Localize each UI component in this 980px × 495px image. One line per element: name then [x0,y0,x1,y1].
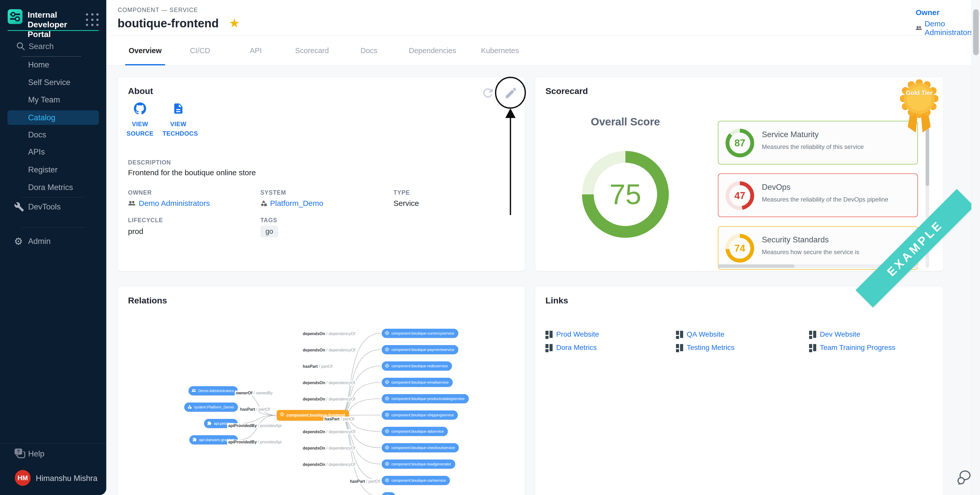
sidebar-item-catalog[interactable]: Catalog [0,110,106,125]
graph-node-component-boutique-adservice[interactable]: component:boutique-adservice [382,427,448,436]
graph-node-component-boutique-shippingservice[interactable]: component:boutique-shippingservice [382,411,458,420]
link-testing-metrics[interactable]: Testing Metrics [676,344,735,352]
link-dev-website[interactable]: Dev Website [809,330,860,338]
breadcrumb: COMPONENT — SERVICE [118,6,198,14]
graph-node-component-boutique-emailservice[interactable]: component:boutique-emailservice [382,378,453,387]
score-donut: 87 [725,129,754,158]
view-source-button[interactable]: VIEW SOURCE [121,102,159,138]
page-title: boutique-frontend [118,16,219,30]
sidebar: Internal Developer Portal Search HomeSel… [0,0,106,495]
sidebar-item-register[interactable]: Register [0,162,106,177]
owner-field-label: OWNER [128,189,152,196]
refresh-button[interactable] [481,86,495,100]
dashboard-icon [676,344,683,351]
tab-docs[interactable]: Docs [361,36,377,65]
chat-widget-icon[interactable] [955,470,974,486]
app-logo-icon[interactable] [8,9,22,24]
graph-node-component-boutique-loadgenerator[interactable]: component:boutique-loadgenerator [382,460,455,469]
edge-label-dependsOn: dependsOn / dependencyOf [302,462,356,467]
score-item-description: Measures how secure the service is [762,248,859,256]
entity-tabs: OverviewCI/CDAPIScorecardDocsDependencie… [106,36,980,65]
edge-label-dependsOn: dependsOn / dependencyOf [302,429,356,435]
owner-label: Owner [916,8,980,17]
gold-tier-badge: Gold Tier [900,80,939,138]
app-title: Internal Developer Portal [28,10,86,39]
score-donut: 47 [725,181,754,210]
gear-icon: ⚙ [14,236,24,247]
tab-kubernetes[interactable]: Kubernetes [481,36,519,65]
user-avatar[interactable]: HM [15,470,31,486]
dashboard-icon [809,331,816,338]
header-owner-group: Owner Demo Administrators [916,8,980,37]
system-icon [260,200,267,207]
view-techdocs-button[interactable]: VIEW TECHDOCS [159,102,197,138]
link-team-training-progress[interactable]: Team Training Progress [809,344,896,352]
edge-label-hasPart: hasPart / partOf [239,407,271,412]
score-item-description: Measures the reliability of the DevOps p… [762,196,888,203]
sidebar-item-dora-metrics[interactable]: Dora Metrics [0,180,106,195]
sidebar-item-apis[interactable]: APIs [0,145,106,159]
link-qa-website[interactable]: QA Website [676,330,724,338]
tab-scorecard[interactable]: Scorecard [295,36,329,65]
lifecycle-field-value: prod [128,227,143,236]
edge-label-dependsOn: dependsOn / dependencyOf [302,446,356,451]
relations-card: Relations component:boutique-frontendDem… [118,286,525,495]
score-item-name: Security Standards [762,235,829,244]
tab-api[interactable]: API [250,36,262,65]
sidebar-item-my-team[interactable]: My Team [0,92,106,107]
edge-label-dependsOn: dependsOn / dependencyOf [302,331,356,336]
link-dora-metrics[interactable]: Dora Metrics [546,344,597,352]
graph-node-component-boutique-productcatalogservice[interactable]: component:boutique-productcatalogservice [382,394,469,403]
links-title: Links [546,296,568,306]
owner-link[interactable]: Demo Administrators [916,19,980,37]
overall-score-value: 75 [582,151,669,238]
graph-node-component-boutique-checkoutservice[interactable]: component:boutique-checkoutservice [382,443,459,452]
tag-chip[interactable]: go [260,226,278,237]
favorite-star-icon[interactable]: ★ [229,16,240,30]
score-item-name: DevOps [762,183,791,192]
graph-node-component-boutique-currencyservice[interactable]: component:boutique-currencyservice [382,329,458,338]
edge-label-dependsOn: dependsOn / dependencyOf [302,348,356,353]
link-prod-website[interactable]: Prod Website [546,330,599,338]
tab-dependencies[interactable]: Dependencies [409,36,456,65]
description-label: DESCRIPTION [128,159,171,166]
dashboard-icon [676,331,683,338]
graph-node-component-boutique-cartservice[interactable]: component:boutique-cartservice [382,476,450,485]
score-item-service-maturity[interactable]: 87Service MaturityMeasures the reliabili… [718,121,918,164]
sidebar-item-help[interactable]: ? Help [0,446,106,461]
system-field-label: SYSTEM [260,189,286,196]
search-icon [16,41,25,51]
graph-node-demo-administrators[interactable]: Demo Administrators [189,386,238,395]
tab-overview[interactable]: Overview [129,36,162,65]
dashboard-icon [546,331,553,338]
sidebar-item-devtools[interactable]: DevTools [0,199,106,214]
edge-label-apiProvidedBy: apiProvidedBy / providesApi [227,423,283,428]
svg-text:?: ? [17,449,20,454]
sidebar-item-admin[interactable]: ⚙ Admin [0,234,106,249]
score-item-devops[interactable]: 47DevOpsMeasures the reliability of the … [718,173,918,217]
edge-label-hasPart: hasPart / partOf [323,417,355,422]
scrollbar-thumb [973,9,979,55]
page-scrollbar[interactable] [971,0,980,495]
edit-pencil-button[interactable] [504,86,518,100]
sidebar-item-home[interactable]: Home [0,57,106,72]
help-chat-icon: ? [14,448,24,458]
graph-node-component-boutique-paymentservice[interactable]: component:boutique-paymentservice [382,345,458,354]
description-value: Frontend for the boutique online store [128,168,256,177]
overall-score-label: Overall Score [591,116,660,128]
sidebar-search[interactable]: Search [0,38,106,59]
user-name[interactable]: Himanshu Mishra [36,474,97,483]
links-card: Links Prod WebsiteQA WebsiteDev WebsiteD… [535,286,944,495]
edge-label-hasPart: hasPart / partOf [302,364,334,369]
graph-node-system-platform-demo[interactable]: system:Platform_Demo [184,403,238,412]
sidebar-item-docs[interactable]: Docs [0,127,106,142]
sidebar-item-self-service[interactable]: Self Service [0,75,106,90]
sidebar-accent-divider [8,30,99,31]
score-donut: 74 [725,234,754,263]
apps-grid-icon[interactable] [86,13,100,27]
graph-node-component-boutique-redisservice[interactable]: component:boutique-redisservice [382,361,452,371]
tab-ci-cd[interactable]: CI/CD [190,36,210,65]
scorecard-card: Scorecard Overall Score 75 87Service Mat… [535,76,944,271]
scorecard-title: Scorecard [546,86,588,96]
group-icon [128,200,136,206]
